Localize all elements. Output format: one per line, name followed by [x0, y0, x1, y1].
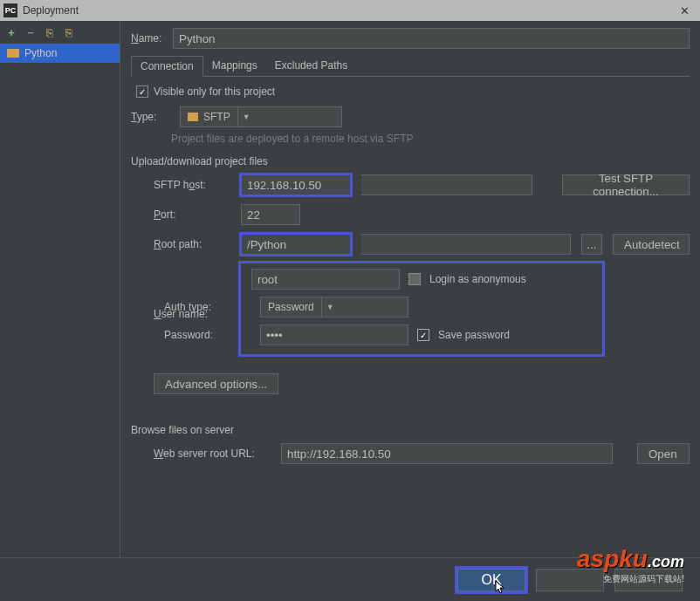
paste-icon[interactable]: ⎘	[61, 24, 77, 40]
copy-icon[interactable]: ⎘	[42, 24, 58, 40]
chevron-down-icon: ▼	[237, 107, 255, 126]
web-folder-icon	[7, 49, 19, 58]
credentials-box: Login as anonymous Auth type: Password ▼…	[241, 263, 602, 354]
url-input[interactable]	[281, 443, 613, 464]
add-icon[interactable]: +	[3, 24, 19, 40]
root-input-ext	[361, 234, 571, 255]
browse-button[interactable]: ...	[581, 234, 602, 255]
cancel-button[interactable]	[536, 569, 604, 591]
tab-connection[interactable]: Connection	[131, 56, 203, 77]
save-password-label: Save password	[438, 329, 510, 341]
chevron-down-icon: ▼	[321, 297, 339, 317]
sidebar-toolbar: + − ⎘ ⎘	[0, 21, 120, 44]
tab-mappings[interactable]: Mappings	[203, 56, 266, 76]
password-label: Password:	[164, 329, 241, 341]
host-label: SFTP host:	[154, 179, 230, 191]
web-folder-icon	[188, 113, 198, 121]
type-dropdown[interactable]: SFTP ▼	[180, 106, 342, 127]
ok-button[interactable]: OK	[457, 569, 525, 591]
autodetect-button[interactable]: Autodetect	[613, 234, 690, 255]
window-title: Deployment	[23, 4, 79, 17]
host-input-ext	[361, 174, 532, 195]
ok-label: OK	[481, 572, 501, 588]
tabs: Connection Mappings Excluded Paths	[131, 56, 690, 77]
advanced-options-button[interactable]: Advanced options...	[154, 373, 278, 394]
visible-label: Visible only for this project	[154, 85, 275, 98]
name-input[interactable]	[173, 28, 690, 49]
pycharm-icon: PC	[3, 3, 17, 17]
content-panel: Name: Connection Mappings Excluded Paths…	[120, 21, 700, 557]
name-label: Name:	[131, 32, 173, 44]
section-browse-label: Browse files on server	[131, 424, 690, 436]
sidebar-item-python[interactable]: Python	[0, 44, 120, 63]
section-upload-label: Upload/download project files	[131, 155, 690, 167]
auth-value: Password	[268, 301, 314, 313]
type-hint: Project files are deployed to a remote h…	[131, 133, 690, 145]
close-icon[interactable]: ✕	[673, 3, 697, 19]
auth-dropdown[interactable]: Password ▼	[260, 297, 408, 318]
remove-icon[interactable]: −	[23, 24, 38, 40]
port-input[interactable]	[241, 204, 300, 225]
url-label: Web server root URL:	[154, 447, 271, 460]
sidebar: + − ⎘ ⎘ Python	[0, 21, 120, 557]
open-button[interactable]: Open	[637, 443, 690, 464]
auth-label: Auth type:	[164, 301, 241, 313]
host-input[interactable]	[241, 174, 351, 195]
sidebar-item-label: Python	[24, 47, 57, 59]
test-connection-button[interactable]: Test SFTP connection...	[562, 174, 690, 195]
user-input[interactable]	[251, 269, 400, 290]
visible-checkbox[interactable]	[136, 85, 148, 98]
footer: OK	[0, 557, 700, 601]
save-password-checkbox[interactable]	[417, 329, 429, 341]
port-label: Port:	[154, 208, 230, 221]
anonymous-checkbox[interactable]	[408, 273, 421, 285]
titlebar: PC Deployment ✕	[0, 0, 700, 21]
help-button[interactable]	[614, 569, 683, 591]
anonymous-label: Login as anonymous	[429, 273, 526, 285]
root-label: Root path:	[154, 238, 230, 250]
root-input[interactable]	[241, 234, 351, 255]
tab-excluded[interactable]: Excluded Paths	[266, 56, 356, 76]
password-input[interactable]	[260, 324, 408, 345]
type-value: SFTP	[203, 111, 230, 123]
type-label: Type:	[131, 111, 173, 123]
